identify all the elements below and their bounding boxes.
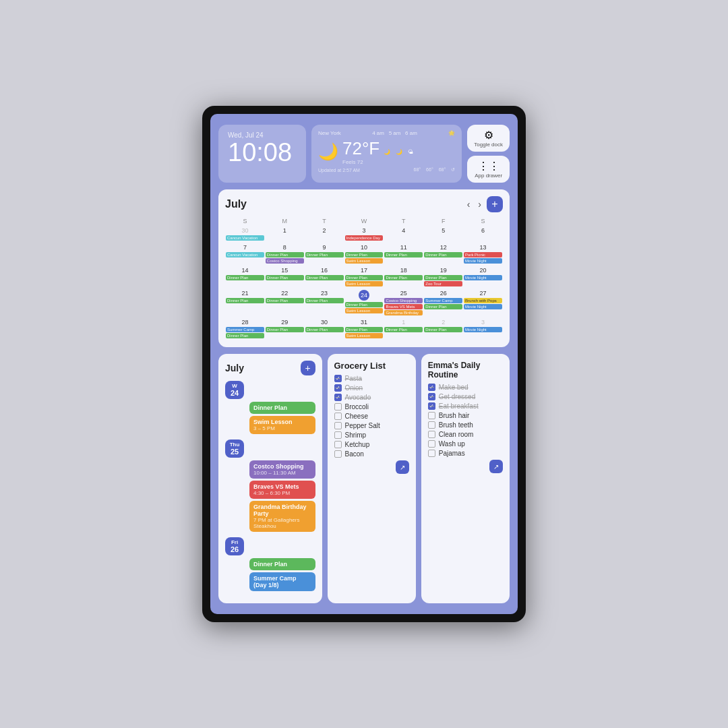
grocery-checkbox[interactable]: ✓ (334, 375, 342, 382)
table-row[interactable]: 8Dinner PlanCostco Shopping (265, 243, 305, 266)
table-row[interactable]: 3Movie Night (463, 317, 503, 340)
table-row[interactable]: 12Dinner Plan (423, 243, 463, 266)
list-item[interactable]: Swim Lesson (345, 281, 384, 286)
table-row[interactable]: 30Dinner Plan (305, 317, 344, 340)
list-item[interactable]: Dinner Plan (424, 275, 462, 280)
grocery-checkbox[interactable]: ✓ (334, 394, 342, 401)
list-item[interactable]: Costco Shopping10:00 – 11:30 AM (249, 460, 315, 479)
list-item[interactable]: Movie Night (464, 275, 502, 280)
table-row[interactable]: 5 (423, 226, 463, 243)
list-item[interactable]: Broccoli (334, 403, 409, 411)
list-item[interactable]: Dinner Plan (424, 327, 462, 332)
table-row[interactable]: 1 (265, 226, 305, 243)
table-row[interactable]: 21Dinner Plan (225, 289, 265, 317)
list-item[interactable]: Movie Night (464, 258, 502, 264)
table-row[interactable]: 17Dinner PlanSwim Lesson (344, 266, 384, 289)
table-row[interactable]: 23Dinner Plan (305, 289, 344, 317)
list-item[interactable]: Summer Camp (226, 327, 264, 332)
table-row[interactable]: 20Movie Night (463, 266, 503, 289)
table-row[interactable]: 9Dinner Plan (305, 243, 344, 266)
list-item[interactable]: Pajamas (428, 450, 503, 457)
list-item[interactable]: Dinner Plan (424, 252, 462, 257)
list-item[interactable]: Dinner Plan (384, 252, 423, 257)
agenda-add-button[interactable]: + (301, 361, 315, 375)
list-item[interactable]: Dinner Plan (384, 327, 423, 332)
list-item[interactable]: Cheese (334, 413, 409, 420)
routine-checkbox[interactable] (428, 412, 435, 419)
table-row[interactable]: 19Dinner PlanZoo Tour (423, 266, 463, 289)
list-item[interactable]: Dinner Plan (305, 275, 344, 280)
list-item[interactable]: Brunch with Pops (464, 298, 502, 303)
table-row[interactable]: 31Dinner PlanSwim Lesson (344, 317, 384, 340)
table-row[interactable]: 4 (384, 226, 423, 243)
list-item[interactable]: Grandma Birthday (384, 310, 423, 315)
list-item[interactable]: ✓Get dressed (428, 393, 503, 400)
list-item[interactable]: Brush hair (428, 412, 503, 419)
list-item[interactable]: ✓Make bed (428, 384, 503, 391)
calendar-add-button[interactable]: + (487, 196, 503, 212)
table-row[interactable]: 30Cancun Vacation (225, 226, 265, 243)
app-drawer-button[interactable]: ⋮⋮ App drawer (467, 156, 510, 183)
list-item[interactable]: Movie Night (464, 327, 502, 332)
table-row[interactable]: 27Brunch with PopsMovie Night (463, 289, 503, 317)
table-row[interactable]: 28Summer CampDinner Plan (225, 317, 265, 340)
list-item[interactable]: Ketchup (334, 441, 409, 448)
list-item[interactable]: Dinner Plan (345, 252, 384, 257)
routine-external-link-button[interactable]: ↗ (489, 460, 503, 473)
list-item[interactable]: Costco Shopping (266, 258, 304, 264)
list-item[interactable]: Dinner Plan (345, 275, 384, 280)
grocery-checkbox[interactable] (334, 413, 342, 420)
list-item[interactable]: Dinner Plan (226, 275, 264, 280)
list-item[interactable]: Dinner Plan (266, 298, 304, 303)
table-row[interactable]: 14Dinner Plan (225, 266, 265, 289)
table-row[interactable]: 6 (463, 226, 503, 243)
grocery-checkbox[interactable] (334, 403, 342, 411)
list-item[interactable]: Swim Lesson (345, 308, 384, 313)
table-row[interactable]: 7Cancun Vacation (225, 243, 265, 266)
list-item[interactable]: ✓Pasta (334, 375, 409, 382)
list-item[interactable]: Zoo Tour (424, 281, 462, 286)
list-item[interactable]: Dinner Plan (345, 327, 384, 332)
table-row[interactable]: 15Dinner Plan (265, 266, 305, 289)
list-item[interactable]: Cancun Vacation (226, 252, 264, 257)
list-item[interactable]: Swim Lesson3 – 5 PM (249, 416, 315, 434)
routine-checkbox[interactable] (428, 421, 435, 429)
list-item[interactable]: Dinner Plan (266, 327, 304, 332)
calendar-prev-button[interactable]: ‹ (464, 198, 473, 211)
table-row[interactable]: 26Summer CampDinner Plan (423, 289, 463, 317)
list-item[interactable]: Swim Lesson (345, 333, 384, 338)
list-item[interactable]: Dinner Plan (305, 327, 344, 332)
table-row[interactable]: 16Dinner Plan (305, 266, 344, 289)
list-item[interactable]: Brush teeth (428, 421, 503, 429)
list-item[interactable]: Dinner Plan (424, 304, 462, 309)
table-row[interactable]: 1Dinner Plan (384, 317, 423, 340)
list-item[interactable]: Dinner Plan (384, 275, 423, 280)
list-item[interactable]: Summer Camp (Day 1/8) (249, 572, 315, 591)
list-item[interactable]: Dinner Plan (249, 558, 315, 570)
list-item[interactable]: Wash up (428, 440, 503, 448)
list-item[interactable]: Dinner Plan (249, 402, 315, 414)
list-item[interactable]: Independence Day (345, 235, 384, 241)
table-row[interactable]: 29Dinner Plan (265, 317, 305, 340)
calendar-next-button[interactable]: › (475, 198, 484, 211)
list-item[interactable]: Shrimp (334, 431, 409, 439)
routine-checkbox[interactable] (428, 440, 435, 448)
list-item[interactable]: Movie Night (464, 304, 502, 309)
table-row[interactable]: 24Dinner PlanSwim Lesson (344, 289, 384, 317)
list-item[interactable]: Braves VS Mets (384, 304, 423, 309)
list-item[interactable]: Dinner Plan (266, 252, 304, 257)
routine-checkbox[interactable]: ✓ (428, 384, 435, 391)
list-item[interactable]: Dinner Plan (226, 333, 264, 338)
list-item[interactable]: Dinner Plan (305, 252, 344, 257)
list-item[interactable]: Dinner Plan (345, 302, 384, 307)
table-row[interactable]: 25Costco ShoppingBraves VS MetsGrandma B… (384, 289, 423, 317)
table-row[interactable]: 13Park PicnicMovie Night (463, 243, 503, 266)
routine-checkbox[interactable]: ✓ (428, 402, 435, 410)
table-row[interactable]: 3Independence Day (344, 226, 384, 243)
grocery-checkbox[interactable] (334, 422, 342, 429)
table-row[interactable]: 11Dinner Plan (384, 243, 423, 266)
list-item[interactable]: ✓Onion (334, 384, 409, 392)
list-item[interactable]: Grandma Birthday Party7 PM at Gallaghers… (249, 501, 315, 532)
grocery-checkbox[interactable] (334, 450, 342, 458)
list-item[interactable]: Bacon (334, 450, 409, 458)
